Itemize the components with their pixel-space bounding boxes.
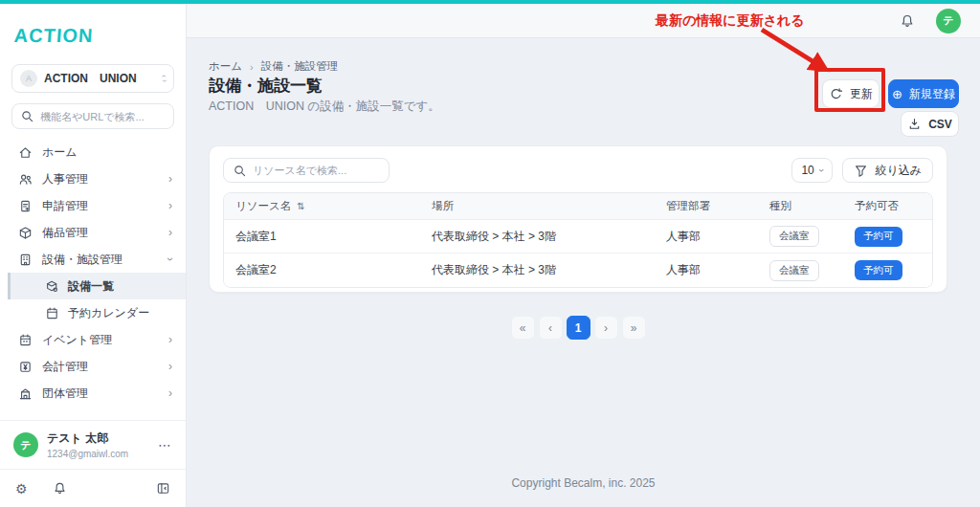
calendar-event-icon [18, 333, 33, 347]
availability-badge: 予約可 [855, 227, 902, 247]
sidebar-item-label: 会計管理 [42, 359, 159, 375]
sidebar-item-home[interactable]: ホーム [0, 139, 186, 165]
availability-badge: 予約可 [855, 260, 902, 280]
action-logo: ACTION [0, 4, 188, 62]
cell-department: 人事部 [655, 262, 758, 278]
cell-department: 人事部 [655, 229, 758, 245]
sidebar-item-label: イベント管理 [42, 332, 159, 348]
yen-icon [18, 360, 33, 374]
sidebar-nav: ホーム 人事管理 › 申請管理 › 備品管理 › 設備・施設管理 › 設備一覧 [0, 139, 186, 407]
plus-circle-icon: ⊕ [892, 88, 902, 100]
pagination-prev-button[interactable]: ‹ [539, 316, 563, 340]
pagination-first-button[interactable]: « [511, 316, 535, 340]
user-menu-button[interactable]: ⋯ [158, 437, 172, 452]
refresh-button[interactable]: 更新 [822, 79, 880, 108]
pagination-last-button[interactable]: » [622, 316, 646, 340]
page-size-select[interactable]: 10 › [791, 158, 833, 183]
footer-copyright: Copyright Becalm, inc. 2025 [187, 476, 980, 490]
sidebar-item-events[interactable]: イベント管理 › [0, 326, 186, 353]
create-new-button[interactable]: ⊕ 新規登録 [888, 79, 959, 108]
breadcrumb-facilities[interactable]: 設備・施設管理 [261, 59, 339, 74]
pagination-next-button[interactable]: › [594, 316, 618, 340]
column-resource-name: リソース名 [235, 199, 291, 213]
user-name: テスト 太郎 [47, 430, 149, 447]
table-toolbar: 10 › 絞り込み [210, 146, 947, 192]
facilities-card: 10 › 絞り込み リソース名 ⇅ 場所 管理部署 [209, 145, 947, 293]
refresh-label: 更新 [850, 86, 873, 102]
sidebar-user: テ テスト 太郎 1234@gmaiwl.com ⋯ [0, 420, 186, 469]
filter-button[interactable]: 絞り込み [842, 158, 933, 183]
breadcrumb: ホーム › 設備・施設管理 [209, 59, 338, 74]
main-header: テ [187, 4, 980, 38]
chevron-down-icon: › [165, 257, 176, 261]
header-notifications-button[interactable] [900, 13, 915, 29]
settings-gear-button[interactable]: ⚙ [15, 482, 28, 496]
annotation-text: 最新の情報に更新される [656, 12, 805, 30]
page-content: ホーム › 設備・施設管理 設備・施設一覧 ACTION UNION の設備・施… [187, 38, 980, 507]
sidebar-item-organizations[interactable]: 団体管理 › [0, 380, 186, 407]
table-row[interactable]: 会議室2 代表取締役 > 本社 > 3階 人事部 会議室 予約可 [224, 254, 932, 287]
chevron-right-icon: › [168, 173, 172, 185]
sidebar-item-label: 申請管理 [42, 198, 159, 214]
home-icon [18, 145, 33, 160]
refresh-icon [829, 87, 843, 101]
bell-icon [53, 481, 67, 496]
breadcrumb-separator: › [250, 61, 254, 73]
sidebar-item-hr[interactable]: 人事管理 › [0, 165, 186, 192]
sidebar-subitem-label: 設備一覧 [68, 278, 114, 295]
user-email: 1234@gmaiwl.com [47, 449, 149, 459]
sidebar: ACTION A ACTION UNION ›› ホーム 人事管理 › 申請管理… [0, 4, 187, 507]
organization-icon [18, 386, 33, 401]
pagination-page-1[interactable]: 1 [567, 316, 590, 340]
header-user-avatar[interactable]: テ [936, 9, 961, 33]
sidebar-search-input[interactable] [40, 111, 165, 122]
type-badge: 会議室 [769, 226, 819, 247]
brand-top-bar [0, 0, 980, 4]
search-icon [233, 164, 247, 178]
csv-download-button[interactable]: CSV [901, 111, 959, 137]
chevron-right-icon: › [168, 334, 172, 345]
table-header-row: リソース名 ⇅ 場所 管理部署 種別 予約可否 [224, 193, 932, 220]
users-icon [18, 172, 33, 187]
page-size-value: 10 [801, 164, 813, 177]
user-avatar: テ [13, 432, 38, 457]
column-location: 場所 [420, 199, 655, 213]
csv-label: CSV [928, 118, 952, 131]
org-selector[interactable]: A ACTION UNION ›› [11, 64, 174, 93]
chevron-right-icon: › [168, 361, 172, 372]
page-subtitle: ACTION UNION の設備・施設一覧です。 [209, 99, 440, 115]
cell-resource-name: 会議室2 [224, 262, 420, 278]
notifications-bell-button[interactable] [53, 481, 67, 496]
sort-icon[interactable]: ⇅ [297, 201, 304, 211]
sidebar-search [11, 103, 174, 129]
resource-search-input[interactable] [253, 165, 377, 176]
sidebar-item-facilities[interactable]: 設備・施設管理 › [0, 246, 186, 273]
sidebar-subitem-booking-calendar[interactable]: 予約カレンダー [8, 299, 186, 326]
sidebar-item-label: 備品管理 [42, 225, 159, 241]
cube-search-icon [45, 279, 59, 294]
org-avatar: A [20, 70, 37, 87]
main-area: テ ホーム › 設備・施設管理 設備・施設一覧 ACTION UNION の設備… [187, 4, 980, 507]
collapse-sidebar-button[interactable] [156, 481, 170, 496]
breadcrumb-home[interactable]: ホーム [209, 59, 242, 74]
org-name: ACTION UNION [44, 71, 156, 87]
sidebar-item-equipment[interactable]: 備品管理 › [0, 219, 186, 246]
create-new-label: 新規登録 [909, 86, 955, 102]
box-icon [18, 226, 33, 240]
search-icon [20, 109, 34, 123]
download-icon [907, 117, 922, 131]
cell-resource-name: 会議室1 [224, 229, 420, 245]
resource-search [223, 158, 390, 183]
column-availability: 予約可否 [843, 199, 932, 213]
sidebar-subitem-facility-list[interactable]: 設備一覧 [8, 273, 186, 299]
page-title: 設備・施設一覧 [209, 75, 323, 97]
sidebar-item-label: 設備・施設管理 [42, 252, 159, 268]
sidebar-item-label: 団体管理 [42, 386, 159, 402]
sidebar-item-accounting[interactable]: 会計管理 › [0, 353, 186, 380]
calendar-icon [45, 306, 59, 320]
sidebar-item-label: ホーム [42, 144, 172, 161]
chevron-right-icon: › [168, 200, 172, 211]
cell-location: 代表取締役 > 本社 > 3階 [420, 229, 655, 245]
table-row[interactable]: 会議室1 代表取締役 > 本社 > 3階 人事部 会議室 予約可 [224, 220, 932, 254]
sidebar-item-requests[interactable]: 申請管理 › [0, 192, 186, 219]
